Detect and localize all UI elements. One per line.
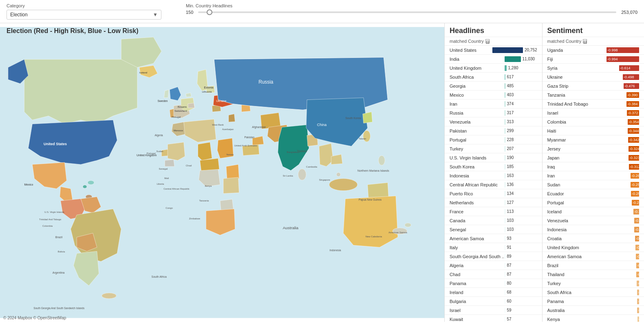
svg-text:Portugal: Portugal <box>147 152 156 155</box>
sentiment-bar: -0.226 <box>632 200 639 206</box>
headlines-rows: United States 20,752 India 11,030 United… <box>445 46 542 322</box>
svg-text:Brazil: Brazil <box>55 236 63 239</box>
sentiment-row: Kenya -0.046 <box>543 315 644 322</box>
category-select[interactable]: Election ▼ <box>7 10 161 20</box>
sentiment-country: Ukraine <box>547 75 602 80</box>
sentiment-bar: -0.145 <box>634 227 639 232</box>
svg-text:New Caledonia: New Caledonia <box>366 235 382 238</box>
svg-text:U.S. Virgin Islands: U.S. Virgin Islands <box>44 211 64 213</box>
headlines-bar <box>505 236 505 241</box>
sentiment-country: Iraq <box>547 164 602 169</box>
sentiment-value: -0.323 <box>629 156 641 160</box>
headlines-country: Panama <box>450 281 505 286</box>
headlines-country: Bulgaria <box>450 299 505 304</box>
svg-point-2 <box>83 185 87 188</box>
sentiment-row: Iran -0.266 <box>543 171 644 180</box>
headlines-row: Chad 87 <box>445 270 542 279</box>
headlines-row: Canada 103 <box>445 216 542 225</box>
headlines-bar <box>505 227 505 232</box>
headlines-value: 20,752 <box>525 48 537 52</box>
headlines-bar <box>505 74 505 80</box>
headlines-value: 60 <box>507 299 512 303</box>
svg-point-10 <box>405 223 411 227</box>
headlines-country: Italy <box>450 245 505 250</box>
svg-text:Central African Republic: Central African Republic <box>163 188 190 190</box>
headlines-bar <box>505 146 505 152</box>
slider-field: Min. Country Headlines 150 253,070 <box>186 3 637 15</box>
sentiment-bar: -0.046 <box>637 316 639 322</box>
svg-text:Ukraine: Ukraine <box>216 99 227 103</box>
sentiment-bar-container: -0.476 <box>602 83 639 89</box>
sentiment-country: Israel <box>547 111 602 115</box>
sentiment-value: -0.312 <box>629 165 641 169</box>
sentiment-bar-container: -0.099 <box>602 254 639 259</box>
headlines-bar <box>505 200 505 206</box>
sentiment-bar: -0.998 <box>607 47 639 53</box>
headlines-row: South Georgia And South .. 89 <box>445 252 542 261</box>
svg-text:Chad: Chad <box>186 164 192 167</box>
headlines-country: Iran <box>450 102 505 106</box>
sentiment-country: South Africa <box>547 290 602 295</box>
headlines-bar-container: 57 <box>505 316 537 322</box>
sentiment-bar: -0.324 <box>629 146 639 152</box>
sentiment-row: Croatia -0.129 <box>543 234 644 243</box>
headlines-country: United States <box>450 48 492 53</box>
svg-text:Estonia: Estonia <box>204 86 213 89</box>
headlines-bar <box>505 263 505 268</box>
headlines-value: 1,280 <box>508 66 518 70</box>
sentiment-bar-container: -0.324 <box>602 146 639 152</box>
sentiment-bar-container: -0.110 <box>602 245 639 250</box>
category-label: Category <box>7 3 161 8</box>
slider-thumb[interactable] <box>207 9 212 15</box>
sentiment-bar: -0.259 <box>631 182 639 188</box>
headlines-country: U.S. Virgin Islands <box>450 155 505 160</box>
sentiment-value: -0.342 <box>628 138 640 142</box>
sentiment-value: -0.390 <box>626 93 639 97</box>
sentiment-bar: -0.372 <box>627 110 639 116</box>
headlines-value: 68 <box>507 290 512 294</box>
sentiment-value: -0.145 <box>634 228 644 232</box>
sentiment-value: -0.091 <box>636 263 644 268</box>
svg-text:Mexico: Mexico <box>24 183 33 186</box>
sentiment-filter-icon[interactable]: ⊟ <box>583 39 587 43</box>
sentiment-bar-container: -0.064 <box>602 299 639 304</box>
world-map[interactable]: United States Sweden Estonia Lithuania U… <box>0 23 444 322</box>
headlines-country: South Georgia And South .. <box>450 254 505 259</box>
sentiment-country: Ecuador <box>547 191 602 196</box>
sentiment-bar-container: -0.145 <box>602 227 639 232</box>
headlines-bar-container: 89 <box>505 254 537 259</box>
sentiment-country: Japan <box>547 155 602 160</box>
headlines-bar <box>505 182 505 188</box>
headlines-bar-container: 20,752 <box>492 47 537 53</box>
sentiment-bar-container: -0.266 <box>602 173 639 179</box>
sentiment-value: -0.065 <box>637 290 644 294</box>
headlines-bar-container: 127 <box>505 200 537 206</box>
headlines-country: United Kingdom <box>450 66 505 71</box>
svg-text:American Samoa: American Samoa <box>388 231 407 234</box>
sentiment-country: Myanmar <box>547 137 602 142</box>
sentiment-bar-container: -0.614 <box>602 65 639 71</box>
headlines-bar-container: 374 <box>505 101 537 107</box>
sentiment-bar-container: -0.091 <box>602 263 639 268</box>
svg-text:Taiwan: Taiwan <box>359 137 366 140</box>
headlines-value: 127 <box>507 200 514 205</box>
headlines-row: Algeria 87 <box>445 261 542 270</box>
headlines-filter-icon[interactable]: ⊟ <box>485 39 490 43</box>
sentiment-row: Indonesia -0.145 <box>543 225 644 234</box>
sentiment-value: -0.372 <box>627 111 639 115</box>
headlines-row: Turkey 207 <box>445 144 542 153</box>
sentiment-bar-container: -0.179 <box>602 209 639 215</box>
headlines-row: India 11,030 <box>445 55 542 64</box>
headlines-bar-container: 93 <box>505 236 537 241</box>
headlines-row: Pakistan 299 <box>445 126 542 135</box>
sentiment-bar-container: -0.259 <box>602 182 639 188</box>
slider-track[interactable] <box>198 11 616 13</box>
headlines-country: Algeria <box>450 263 505 268</box>
headlines-bar-container: 60 <box>505 299 537 304</box>
sentiment-value: -0.129 <box>635 237 644 241</box>
headlines-value: 103 <box>507 227 514 232</box>
headlines-country: South Africa <box>450 75 505 80</box>
headlines-bar-container: 134 <box>505 191 537 197</box>
headlines-row: South Africa 617 <box>445 73 542 82</box>
svg-point-6 <box>336 173 340 177</box>
